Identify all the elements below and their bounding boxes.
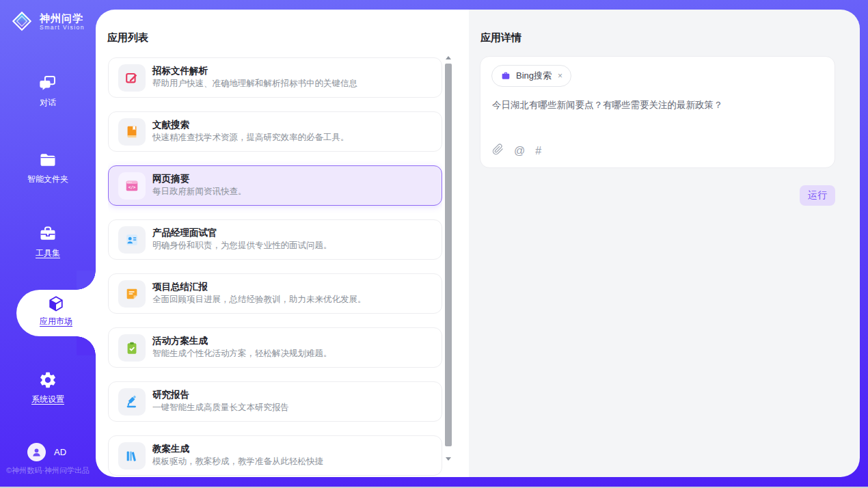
books-icon (118, 442, 146, 470)
app-card-project-summary[interactable]: 项目总结汇报 全面回顾项目进展，总结经验教训，助力未来优化发展。 (108, 273, 442, 314)
clipboard-check-icon (118, 334, 146, 362)
avatar (27, 443, 46, 461)
folder-icon (38, 150, 57, 170)
scrollbar-thumb[interactable] (445, 64, 452, 446)
app-card-lesson-plan[interactable]: 教案生成 模板驱动，教案秒成，教学准备从此轻松快捷 (108, 435, 442, 476)
microscope-icon (118, 388, 146, 416)
attachment-icon[interactable] (492, 144, 504, 158)
app-card-web-summary[interactable]: </> 网页摘要 每日政府新闻资讯快查。 (108, 165, 442, 206)
app-desc: 快速精准查找学术资源，提高研究效率的必备工具。 (152, 132, 349, 144)
app-detail-panel: 应用详情 Bing搜索 × 今日湖北有哪些新闻要点？有哪些需要关注的最新政策？ … (469, 10, 860, 477)
run-button[interactable]: 运行 (800, 185, 835, 206)
copyright: ©神州数码·神州问学出品 (0, 465, 96, 476)
sidebar-item-label: 智能文件夹 (27, 174, 68, 185)
tool-tag-bing-search[interactable]: Bing搜索 × (491, 65, 571, 87)
note-icon (118, 280, 146, 308)
app-name: 产品经理面试官 (152, 227, 217, 239)
app-card-pm-interviewer[interactable]: 产品经理面试官 明确身份和职责，为您提供专业性的面试问题。 (108, 219, 442, 260)
app-title: 神州问学 (40, 12, 85, 24)
sidebar-item-toolset[interactable]: 工具集 (0, 224, 96, 259)
app-desc: 全面回顾项目进展，总结经验教训，助力未来优化发展。 (152, 294, 366, 306)
interviewer-icon (118, 226, 146, 254)
sidebar-item-app-market[interactable]: 应用市场 (16, 290, 96, 336)
app-card-literature-search[interactable]: 文献搜索 快速精准查找学术资源，提高研究效率的必备工具。 (108, 111, 442, 152)
app-background: 神州问学 Smart Vision 对话 智能文件夹 (0, 0, 868, 488)
tab-curve-bottom (77, 336, 96, 355)
composer-toolbar: @ # (492, 144, 541, 158)
document-pen-icon (118, 64, 146, 92)
cube-icon (46, 295, 66, 314)
scroll-up-icon[interactable] (446, 56, 451, 59)
app-name: 活动方案生成 (152, 335, 208, 347)
toolbox-icon (38, 224, 57, 243)
logo-icon (10, 9, 34, 33)
user-account[interactable]: AD (27, 443, 66, 461)
app-name: 网页摘要 (152, 173, 189, 185)
tool-tag-label: Bing搜索 (516, 70, 552, 82)
scroll-down-icon[interactable] (446, 457, 451, 461)
briefcase-icon (500, 70, 511, 81)
book-icon (118, 118, 146, 146)
sidebar-item-label: 系统设置 (31, 394, 64, 405)
app-desc: 明确身份和职责，为您提供专业性的面试问题。 (152, 240, 332, 252)
logo: 神州问学 Smart Vision (10, 9, 85, 33)
browser-code-icon: </> (118, 172, 146, 200)
app-card-research-report[interactable]: 研究报告 一键智能生成高质量长文本研究报告 (108, 381, 442, 422)
mention-icon[interactable]: @ (514, 145, 525, 157)
sidebar-item-smart-folder[interactable]: 智能文件夹 (0, 150, 96, 185)
chat-icon (38, 74, 57, 93)
scrollbar[interactable] (444, 55, 452, 462)
user-name: AD (54, 447, 66, 457)
app-list-title: 应用列表 (107, 31, 148, 44)
person-icon (30, 446, 43, 459)
prompt-composer[interactable]: Bing搜索 × 今日湖北有哪些新闻要点？有哪些需要关注的最新政策？ @ # (480, 56, 835, 168)
query-text[interactable]: 今日湖北有哪些新闻要点？有哪些需要关注的最新政策？ (492, 99, 824, 111)
svg-text:</>: </> (128, 185, 136, 189)
app-desc: 帮助用户快速、准确地理解和解析招标书中的关键信息 (152, 78, 357, 90)
app-subtitle: Smart Vision (40, 24, 85, 31)
tab-curve-top (77, 271, 96, 290)
app-card-list: 招标文件解析 帮助用户快速、准确地理解和解析招标书中的关键信息 文献搜索 快速精… (108, 57, 442, 476)
app-name: 招标文件解析 (152, 65, 208, 77)
app-detail-title: 应用详情 (480, 31, 521, 44)
sidebar-item-label: 应用市场 (40, 316, 72, 327)
sidebar-item-settings[interactable]: 系统设置 (0, 370, 96, 405)
sidebar: 神州问学 Smart Vision 对话 智能文件夹 (0, 0, 96, 488)
app-name: 教案生成 (152, 443, 189, 455)
app-desc: 每日政府新闻资讯快查。 (152, 186, 247, 198)
app-desc: 智能生成个性化活动方案，轻松解决规划难题。 (152, 348, 332, 360)
tag-close-icon[interactable]: × (558, 71, 562, 81)
app-name: 研究报告 (152, 389, 189, 401)
app-card-bid-parse[interactable]: 招标文件解析 帮助用户快速、准确地理解和解析招标书中的关键信息 (108, 57, 442, 98)
app-desc: 模板驱动，教案秒成，教学准备从此轻松快捷 (152, 456, 323, 467)
app-card-event-plan[interactable]: 活动方案生成 智能生成个性化活动方案，轻松解决规划难题。 (108, 327, 442, 368)
sidebar-item-label: 工具集 (36, 247, 60, 259)
hashtag-icon[interactable]: # (535, 145, 541, 157)
sidebar-item-chat[interactable]: 对话 (0, 74, 96, 109)
app-name: 项目总结汇报 (152, 281, 208, 293)
run-row: 运行 (800, 185, 835, 206)
app-list-panel: 应用列表 招标文件解析 帮助用户快速、准确地理解和解析招标书中的关键信息 (96, 10, 469, 477)
app-desc: 一键智能生成高质量长文本研究报告 (152, 402, 289, 414)
sidebar-item-label: 对话 (40, 97, 56, 109)
app-name: 文献搜索 (152, 119, 189, 131)
gear-icon (38, 370, 57, 390)
